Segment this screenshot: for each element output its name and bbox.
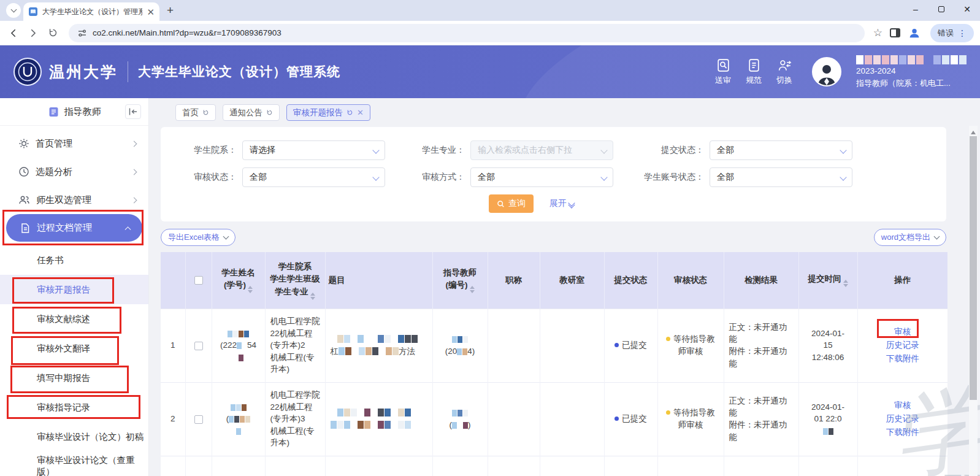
tab-chip-home[interactable]: 首页 — [175, 104, 216, 121]
send-review-button[interactable]: 送审 — [715, 58, 731, 86]
tab-search-button[interactable] — [6, 3, 21, 18]
review-status-cell: 等待指导教师审核 — [657, 309, 724, 382]
chevron-down-icon — [600, 147, 607, 153]
expand-filters-link[interactable]: 展开 — [549, 198, 574, 209]
refresh-icon[interactable] — [346, 109, 353, 116]
kebab-menu-icon[interactable]: ⋮ — [958, 28, 967, 38]
sidebar-item-mutual-selection[interactable]: 师生双选管理 — [0, 186, 148, 214]
new-tab-button[interactable]: + — [167, 4, 174, 17]
chevron-down-icon — [934, 234, 940, 240]
address-bar[interactable]: co2.cnki.net/Main.html?dp=wzu&r=17090893… — [69, 24, 865, 42]
tab-chip-review-proposal[interactable]: 审核开题报告 ✕ — [286, 104, 370, 121]
submit-status-select[interactable]: 全部 — [710, 140, 852, 160]
switch-role-button[interactable]: 切换 — [776, 58, 792, 86]
row-checkbox[interactable] — [194, 342, 203, 350]
download-attachment-link[interactable]: 下载附件 — [863, 352, 943, 366]
header-teacher[interactable]: 指导教师 (编号) — [432, 252, 488, 309]
scroll-up-arrow[interactable] — [971, 128, 976, 134]
history-link[interactable]: 历史记录 — [863, 412, 943, 426]
history-link[interactable]: 历史记录 — [863, 339, 943, 352]
sidebar-item-process-documents[interactable]: 过程文档管理 — [6, 214, 142, 242]
job-title-cell — [488, 309, 540, 382]
title-cell — [325, 382, 432, 456]
submit-time-cell: 2024-01-01 22:0 — [798, 382, 857, 456]
student-name-cell: ( — [212, 382, 265, 456]
export-word-button[interactable]: word文档导出 — [874, 229, 946, 246]
student-major-select[interactable]: 输入检索或点击右侧下拉 — [470, 140, 613, 160]
row-index: 2 — [161, 382, 185, 456]
tab-chip-label: 通知公告 — [229, 107, 262, 118]
site-info-icon[interactable] — [77, 28, 87, 38]
standards-button[interactable]: 规范 — [746, 58, 762, 86]
chevron-down-icon — [10, 7, 17, 13]
search-button[interactable]: 查询 — [489, 194, 534, 213]
teacher-role-icon — [48, 106, 59, 118]
sort-icon[interactable] — [248, 286, 253, 293]
close-icon[interactable]: ✕ — [357, 109, 364, 117]
browser-menu-button[interactable]: 错误 ⋮ — [930, 24, 974, 42]
favicon — [28, 7, 38, 17]
office-cell — [540, 382, 604, 456]
sidebar-subitem-review-guidance[interactable]: 审核指导记录 — [0, 393, 148, 422]
back-button[interactable] — [6, 26, 21, 40]
row-checkbox[interactable] — [194, 415, 203, 424]
sidebar-subitem-review-draft[interactable]: 审核毕业设计（论文）初稿 — [0, 422, 148, 451]
select-value: 请选择 — [250, 145, 275, 156]
user-info[interactable]: 2023-2024 指导教师（院系：机电工... — [856, 55, 967, 88]
review-link[interactable]: 审核 — [863, 399, 943, 412]
bookmark-star-icon[interactable]: ☆ — [873, 26, 882, 39]
sidebar-item-home-management[interactable]: 首页管理 — [0, 129, 148, 158]
sidebar-subitem-review-plagiarism[interactable]: 审核毕业设计论文（查重版） — [0, 451, 148, 476]
forward-button[interactable] — [26, 26, 40, 40]
sidebar-subitem-review-translation[interactable]: 审核外文翻译 — [0, 334, 148, 363]
account-status-select[interactable]: 全部 — [710, 167, 852, 187]
student-department-select[interactable]: 请选择 — [242, 140, 385, 160]
header-submit-status: 提交状态 — [604, 252, 657, 309]
table-toolbar: 导出Excel表格 word文档导出 — [161, 229, 946, 246]
expand-label: 展开 — [549, 198, 567, 209]
select-value: 全部 — [717, 145, 734, 156]
close-window-button[interactable]: ✕ — [954, 0, 980, 18]
minimize-button[interactable]: – — [903, 0, 928, 18]
refresh-icon[interactable] — [266, 109, 273, 116]
sidebar-subitem-task-book[interactable]: 任务书 — [0, 245, 148, 275]
user-avatar[interactable] — [812, 57, 841, 86]
review-method-select[interactable]: 全部 — [470, 167, 613, 187]
subitem-label: 审核文献综述 — [37, 313, 90, 325]
sort-icon[interactable] — [310, 293, 315, 300]
side-panel-icon[interactable] — [887, 26, 902, 40]
scrollbar-thumb[interactable] — [970, 136, 977, 400]
refresh-icon[interactable] — [202, 109, 209, 116]
sort-icon[interactable] — [843, 280, 848, 287]
sidebar-item-label: 首页管理 — [36, 138, 72, 150]
select-all-checkbox[interactable] — [194, 276, 203, 285]
header-student-name[interactable]: 学生姓名 (学号) — [212, 252, 265, 309]
export-excel-button[interactable]: 导出Excel表格 — [161, 229, 235, 246]
filter-label: 提交状态： — [628, 145, 710, 156]
tab-chip-notices[interactable]: 通知公告 — [223, 104, 280, 121]
header-job-title: 职称 — [488, 252, 540, 309]
subitem-label: 审核外文翻译 — [37, 343, 90, 355]
submit-status-cell: 已提交 — [604, 382, 657, 456]
restore-button[interactable] — [928, 0, 954, 18]
sidebar-subitem-review-literature[interactable]: 审核文献综述 — [0, 304, 148, 334]
chevron-down-icon — [372, 147, 379, 153]
sort-icon[interactable] — [470, 286, 475, 293]
sidebar-subitem-review-proposal[interactable]: 审核开题报告 — [0, 275, 148, 304]
collapse-sidebar-icon — [128, 107, 138, 116]
reload-button[interactable] — [45, 26, 60, 40]
header-student-dept[interactable]: 学生院系 学生学生班级 学生专业 — [265, 252, 325, 309]
tab-close-icon[interactable]: ✕ — [147, 7, 155, 17]
url-text: co2.cnki.net/Main.html?dp=wzu&r=17090893… — [93, 28, 281, 37]
download-attachment-link[interactable]: 下载附件 — [863, 426, 943, 439]
profile-avatar-icon[interactable] — [907, 26, 922, 40]
job-title-cell — [488, 382, 540, 456]
review-status-select[interactable]: 全部 — [242, 167, 385, 187]
sidebar-subitem-midterm-report[interactable]: 填写中期报告 — [0, 363, 148, 393]
collapse-sidebar-button[interactable] — [125, 104, 141, 119]
header-submit-time[interactable]: 提交时间 — [798, 252, 857, 309]
browser-tab[interactable]: 大学生毕业论文（设计）管理系 ✕ — [23, 2, 159, 21]
vertical-scrollbar[interactable] — [969, 126, 978, 476]
sidebar-item-topic-analysis[interactable]: 选题分析 — [0, 158, 148, 186]
review-link[interactable]: 审核 — [863, 325, 943, 339]
